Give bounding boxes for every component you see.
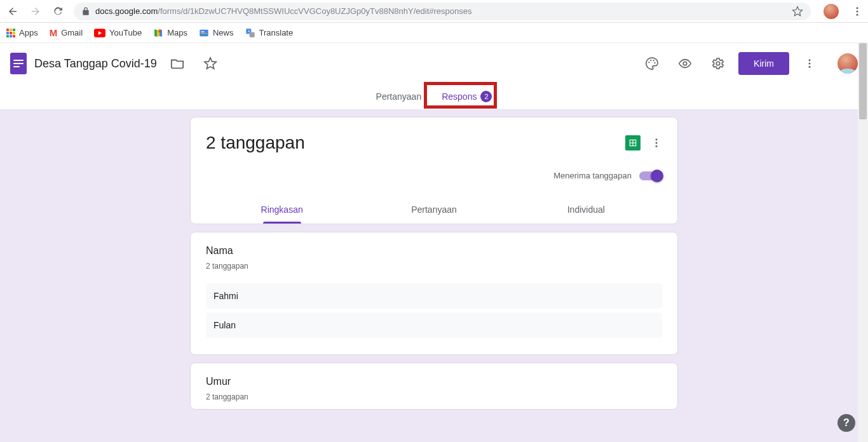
news-icon — [199, 28, 209, 38]
forms-header: Desa Tanggap Covid-19 Kirim — [0, 43, 868, 84]
folder-icon[interactable] — [165, 51, 190, 76]
question-title: Umur — [206, 376, 662, 387]
question-subtitle: 2 tanggapan — [206, 262, 662, 271]
bookmark-star-icon[interactable] — [792, 6, 803, 17]
bookmark-label: Gmail — [61, 28, 83, 37]
responses-badge: 2 — [480, 91, 492, 102]
svg-point-24 — [656, 138, 658, 140]
tab-questions[interactable]: Pertanyaan — [369, 84, 430, 109]
lock-icon — [81, 7, 90, 16]
sheets-icon[interactable] — [625, 135, 641, 151]
answer-row: Fahmi — [206, 283, 662, 309]
tab-label: Pertanyaan — [376, 91, 422, 102]
svg-point-17 — [716, 62, 720, 65]
scrollbar-thumb[interactable] — [859, 43, 867, 119]
subtab-question[interactable]: Pertanyaan — [358, 196, 510, 224]
back-button[interactable] — [5, 4, 20, 19]
responses-menu-icon[interactable] — [651, 137, 662, 149]
subtab-summary[interactable]: Ringkasan — [206, 196, 358, 224]
palette-icon[interactable] — [639, 51, 665, 76]
question-card-umur: Umur 2 tanggapan — [190, 363, 678, 410]
reload-button[interactable] — [51, 4, 66, 19]
apps-icon — [6, 29, 15, 37]
svg-point-18 — [809, 59, 811, 61]
account-avatar[interactable] — [837, 53, 858, 74]
svg-point-12 — [648, 62, 649, 63]
svg-text:A: A — [248, 29, 250, 33]
url-text: docs.google.com/forms/d/1kDzwUC7HVQ8MtSS… — [95, 6, 471, 16]
maps-icon — [153, 28, 163, 38]
form-title[interactable]: Desa Tanggap Covid-19 — [34, 57, 157, 70]
svg-point-14 — [653, 60, 654, 61]
svg-point-4 — [159, 30, 161, 32]
responses-summary-card: 2 tanggapan Menerima tanggapan Ringkasan… — [190, 117, 678, 224]
youtube-icon — [94, 29, 105, 37]
content-area: 2 tanggapan Menerima tanggapan Ringkasan… — [0, 109, 868, 442]
bookmark-gmail[interactable]: M Gmail — [50, 27, 83, 38]
svg-point-25 — [656, 142, 658, 144]
svg-point-26 — [656, 145, 658, 147]
bookmark-label: Apps — [19, 28, 38, 37]
svg-point-1 — [857, 10, 858, 12]
question-subtitle: 2 tanggapan — [206, 392, 662, 401]
translate-icon: A — [245, 28, 255, 38]
bookmark-youtube[interactable]: YouTube — [94, 28, 142, 37]
svg-rect-7 — [201, 33, 207, 34]
responses-subtabs: Ringkasan Pertanyaan Individual — [206, 196, 662, 224]
bookmark-label: Translate — [259, 28, 294, 37]
preview-icon[interactable] — [672, 51, 698, 76]
answer-row: Fulan — [206, 312, 662, 338]
bookmark-news[interactable]: News — [199, 28, 234, 38]
star-icon[interactable] — [198, 51, 223, 76]
bookmarks-bar: Apps M Gmail YouTube Maps News A Transla… — [0, 23, 868, 43]
svg-point-16 — [683, 62, 687, 65]
tab-label: Respons — [442, 91, 477, 102]
browser-menu-icon[interactable] — [851, 6, 863, 17]
tab-responses[interactable]: Respons 2 — [434, 84, 499, 109]
more-icon[interactable] — [797, 51, 822, 76]
bookmark-label: YouTube — [109, 28, 142, 37]
svg-point-15 — [654, 62, 656, 64]
address-bar[interactable]: docs.google.com/forms/d/1kDzwUC7HVQ8MtSS… — [74, 3, 811, 20]
help-button[interactable]: ? — [837, 414, 855, 432]
question-card-nama: Nama 2 tanggapan Fahmi Fulan — [190, 232, 678, 355]
settings-icon[interactable] — [705, 51, 731, 76]
accept-responses-label: Menerima tanggapan — [553, 171, 632, 180]
svg-rect-6 — [201, 31, 204, 32]
bookmark-apps[interactable]: Apps — [6, 28, 38, 37]
scrollbar[interactable] — [858, 43, 868, 442]
bookmark-label: News — [213, 28, 234, 37]
svg-point-0 — [857, 7, 858, 9]
browser-profile-avatar[interactable] — [824, 4, 839, 19]
svg-rect-8 — [201, 34, 207, 35]
bookmark-label: Maps — [167, 28, 187, 37]
svg-point-2 — [857, 13, 858, 15]
forms-logo-icon[interactable] — [10, 53, 27, 74]
bookmark-maps[interactable]: Maps — [153, 28, 187, 38]
browser-toolbar: docs.google.com/forms/d/1kDzwUC7HVQ8MtSS… — [0, 0, 868, 23]
responses-heading: 2 tanggapan — [206, 133, 305, 153]
svg-point-19 — [809, 63, 811, 65]
forward-button[interactable] — [28, 4, 43, 19]
question-title: Nama — [206, 245, 662, 257]
send-button[interactable]: Kirim — [738, 52, 789, 75]
svg-point-13 — [650, 60, 651, 61]
svg-point-20 — [809, 66, 811, 68]
svg-rect-10 — [249, 32, 254, 37]
form-tabs: Pertanyaan Respons 2 — [0, 84, 868, 109]
accept-responses-toggle[interactable] — [639, 171, 662, 180]
bookmark-translate[interactable]: A Translate — [245, 28, 294, 38]
gmail-icon: M — [50, 27, 58, 38]
subtab-individual[interactable]: Individual — [510, 196, 662, 224]
